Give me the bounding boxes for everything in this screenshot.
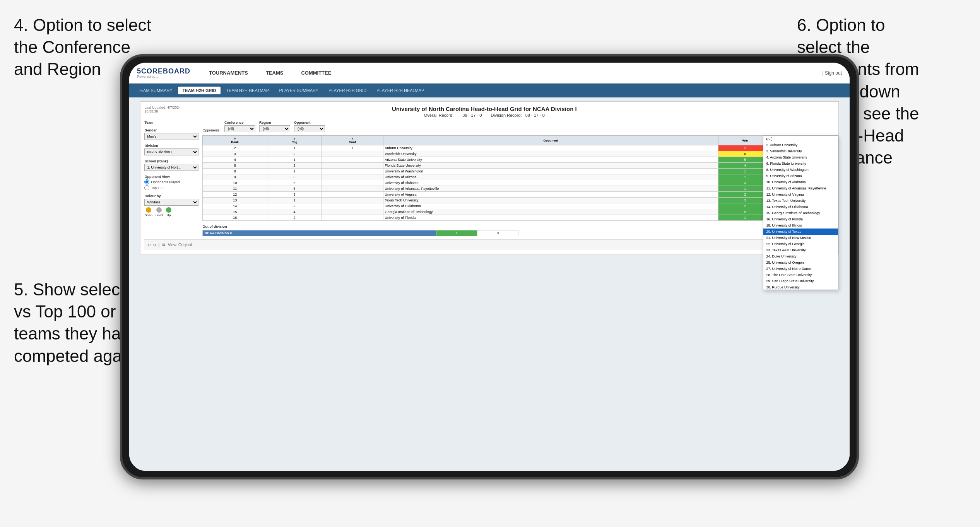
opponents-played-option[interactable]: Opponents Played bbox=[144, 179, 198, 184]
table-row: 8 2 University of Washington 1 0 bbox=[203, 169, 834, 174]
dropdown-item[interactable]: 24. Duke University bbox=[763, 253, 838, 259]
dropdown-item[interactable]: 23. Texas A&M University bbox=[763, 247, 838, 253]
dropdown-item[interactable]: 11. University of Arkansas, Fayetteville bbox=[763, 185, 838, 191]
top-100-option[interactable]: Top 100 bbox=[144, 185, 198, 190]
report-header: Last Updated: 4/7/2024 16:55:38 Universi… bbox=[144, 106, 834, 118]
opponent-dropdown[interactable]: (All)2. Auburn University3. Vanderbilt U… bbox=[763, 135, 838, 290]
cell-conf bbox=[322, 209, 383, 215]
division-select[interactable]: NCAA Division I bbox=[144, 148, 198, 155]
division-ii-label: NCAA Division II bbox=[203, 230, 436, 236]
dropdown-item[interactable]: 28. The Ohio State University bbox=[763, 272, 838, 278]
toolbar: ↩ ↪ | 🖥 View: Original bbox=[144, 239, 834, 250]
gender-select[interactable]: Men's bbox=[144, 133, 198, 140]
table-row: 11 6 University of Arkansas, Fayettevill… bbox=[203, 186, 834, 192]
colour-select[interactable]: Win/loss bbox=[144, 199, 198, 206]
dropdown-item[interactable]: 18. University of Illinois bbox=[763, 222, 838, 229]
dropdown-item[interactable]: 6. Florida State University bbox=[763, 160, 838, 167]
table-row: 4 1 Arizona State University 5 1 bbox=[203, 157, 834, 163]
nav-tournaments[interactable]: TOURNAMENTS bbox=[206, 68, 251, 77]
cell-reg: 3 bbox=[267, 192, 322, 198]
cell-opponent: University of Arkansas, Fayetteville bbox=[383, 186, 718, 192]
dropdown-item[interactable]: 2. Auburn University bbox=[763, 142, 838, 148]
toolbar-view-label: View: Original bbox=[168, 243, 192, 247]
dropdown-item[interactable]: 4. Arizona State University bbox=[763, 154, 838, 160]
col-opponent: Opponent bbox=[383, 136, 718, 145]
dropdown-item[interactable]: 15. Georgia Institute of Technology bbox=[763, 210, 838, 216]
opponents-filter-label: Opponents: bbox=[202, 128, 221, 132]
col-conf: #Conf bbox=[322, 136, 383, 145]
sub-nav-team-h2h-grid[interactable]: TEAM H2H GRID bbox=[178, 87, 221, 94]
opponent-filter: Opponent (All) bbox=[294, 121, 325, 132]
last-updated: Last Updated: 4/7/2024 16:55:38 bbox=[144, 106, 181, 113]
report-panel: Last Updated: 4/7/2024 16:55:38 Universi… bbox=[140, 101, 838, 254]
sub-nav-player-h2h-grid[interactable]: PLAYER H2H GRID bbox=[324, 87, 371, 94]
cell-opponent: Auburn University bbox=[383, 145, 718, 151]
colour-section: Colour by Win/loss Down bbox=[144, 194, 198, 217]
filters-row: Opponents: Conference (All) Region bbox=[202, 121, 834, 132]
division-ii-win: 1 bbox=[436, 230, 477, 236]
nav-committee[interactable]: COMMITTEE bbox=[298, 68, 334, 77]
cell-conf bbox=[322, 169, 383, 174]
dropdown-item[interactable]: 25. University of Oregon bbox=[763, 259, 838, 266]
toolbar-redo[interactable]: ↪ bbox=[153, 243, 156, 247]
cell-rank: 3 bbox=[203, 151, 267, 157]
opponent-select[interactable]: (All) bbox=[294, 125, 325, 132]
cell-conf bbox=[322, 151, 383, 157]
cell-conf bbox=[322, 215, 383, 221]
cell-opponent: University of Alabama bbox=[383, 180, 718, 186]
cell-reg: 2 bbox=[267, 163, 322, 169]
division-label: Division bbox=[144, 144, 198, 148]
sub-nav: TEAM SUMMARY TEAM H2H GRID TEAM H2H HEAT… bbox=[129, 84, 850, 97]
dropdown-item[interactable]: 9. University of Arizona bbox=[763, 173, 838, 179]
cell-opponent: Georgia Institute of Technology bbox=[383, 209, 718, 215]
dropdown-item[interactable]: (All) bbox=[763, 136, 838, 142]
sign-out[interactable]: | Sign out bbox=[823, 70, 842, 76]
sub-nav-team-h2h-heatmap[interactable]: TEAM H2H HEATMAP bbox=[221, 87, 274, 94]
dropdown-item[interactable]: 22. University of Georgia bbox=[763, 241, 838, 247]
cell-rank: 16 bbox=[203, 215, 267, 221]
region-filter: Region (All) bbox=[259, 121, 290, 132]
dropdown-item[interactable]: 30. Purdue University bbox=[763, 284, 838, 290]
cell-rank: 15 bbox=[203, 209, 267, 215]
top-nav: 5COREBOARD Powered by ... TOURNAMENTS TE… bbox=[129, 63, 850, 84]
report-body: Team Gender Men's Division bbox=[144, 121, 834, 236]
record-line: Overall Record: 89 - 17 - 0 Division Rec… bbox=[181, 113, 788, 118]
cell-opponent: University of Oklahoma bbox=[383, 203, 718, 209]
cell-conf: 1 bbox=[322, 145, 383, 151]
dropdown-item[interactable]: 10. University of Alabama bbox=[763, 179, 838, 185]
table-row: 13 1 Texas Tech University 3 0 bbox=[203, 198, 834, 203]
legend-down: Down bbox=[144, 207, 152, 217]
cell-opponent: Vanderbilt University bbox=[383, 151, 718, 157]
sub-nav-team-summary[interactable]: TEAM SUMMARY bbox=[133, 87, 177, 94]
sub-nav-player-summary[interactable]: PLAYER SUMMARY bbox=[274, 87, 323, 94]
cell-rank: 2 bbox=[203, 145, 267, 151]
sub-nav-player-h2h-heatmap[interactable]: PLAYER H2H HEATMAP bbox=[372, 87, 429, 94]
cell-reg: 2 bbox=[267, 215, 322, 221]
cell-opponent: University of Florida bbox=[383, 215, 718, 221]
report-title: University of North Carolina Head-to-Hea… bbox=[181, 106, 788, 112]
school-select[interactable]: 1. University of Nort... bbox=[144, 164, 198, 171]
conference-select[interactable]: (All) bbox=[224, 125, 255, 132]
cell-rank: 12 bbox=[203, 192, 267, 198]
dropdown-item[interactable]: 27. University of Notre Dame bbox=[763, 266, 838, 272]
dropdown-item[interactable]: 16. University of Florida bbox=[763, 216, 838, 222]
cell-conf bbox=[322, 180, 383, 186]
dropdown-item[interactable]: 8. University of Washington bbox=[763, 167, 838, 173]
cell-opponent: University of Arizona bbox=[383, 174, 718, 180]
team-section: Team bbox=[144, 121, 198, 125]
dropdown-item[interactable]: 3. Vanderbilt University bbox=[763, 148, 838, 154]
dropdown-item[interactable]: 13. Texas Tech University bbox=[763, 198, 838, 204]
table-row: 16 2 University of Florida 1 bbox=[203, 215, 834, 221]
cell-reg: 1 bbox=[267, 198, 322, 203]
up-circle bbox=[166, 207, 171, 213]
dropdown-item[interactable]: 20. University of Texas bbox=[763, 229, 838, 235]
toolbar-undo[interactable]: ↩ bbox=[147, 243, 151, 247]
region-select[interactable]: (All) bbox=[259, 125, 290, 132]
dropdown-item[interactable]: 29. San Diego State University bbox=[763, 278, 838, 284]
nav-teams[interactable]: TEAMS bbox=[263, 68, 287, 77]
dropdown-item[interactable]: 21. University of New Mexico bbox=[763, 235, 838, 241]
cell-reg: 5 bbox=[267, 180, 322, 186]
school-label: School (Rank) bbox=[144, 159, 198, 163]
dropdown-item[interactable]: 14. University of Oklahoma bbox=[763, 204, 838, 210]
dropdown-item[interactable]: 12. University of Virginia bbox=[763, 191, 838, 198]
